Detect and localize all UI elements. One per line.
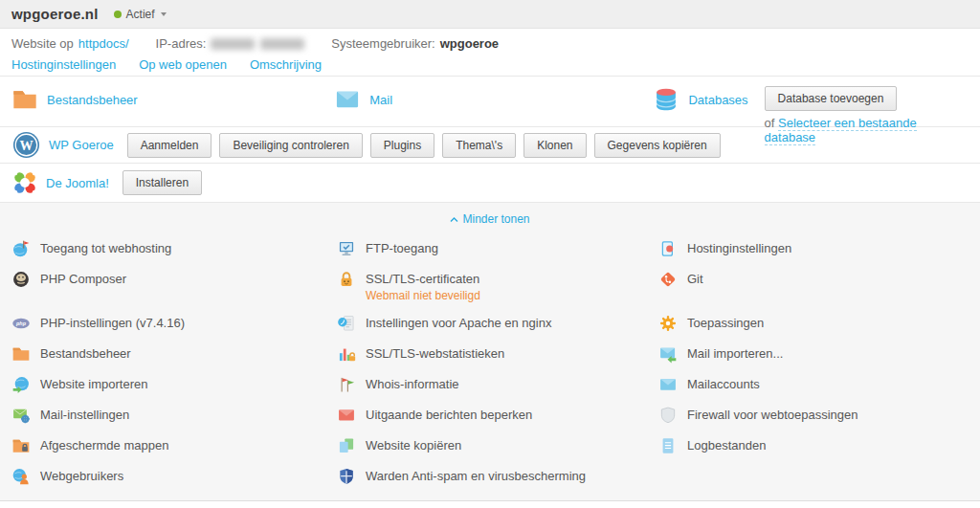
tool-item[interactable]: Website kopiëren	[337, 431, 658, 461]
tool-item[interactable]: Uitgaande berichten beperken	[337, 400, 658, 431]
app-action-button[interactable]: Aanmelden	[127, 133, 212, 158]
file-manager-link[interactable]: Bestandsbeheer	[11, 86, 138, 113]
file-manager-label: Bestandsbeheer	[47, 93, 138, 107]
website-label: Website op	[11, 36, 74, 51]
app-action-button[interactable]: Beveiliging controleren	[219, 133, 362, 158]
folder-lock-icon	[11, 436, 31, 455]
quick-access-row: Bestandsbeheer Mail Databases Database t…	[0, 77, 980, 127]
chevron-down-icon	[161, 12, 167, 16]
select-existing-database-link[interactable]: Selecteer een bestaande database	[765, 116, 917, 145]
tool-item-label: Whois-informatie	[366, 375, 459, 392]
joomla-link[interactable]: De Joomla!	[46, 176, 109, 190]
tool-item-label: SSL/TLS-certificaten	[366, 270, 480, 287]
tool-item[interactable]: Mail-instellingen	[11, 400, 337, 431]
folder-icon	[11, 86, 38, 113]
tool-item[interactable]: Whois-informatie	[337, 369, 658, 400]
wp-goeroe-link[interactable]: WP Goeroe	[49, 138, 114, 152]
tool-item[interactable]: SSL/TLS-webstatistieken	[337, 339, 658, 369]
tool-item-label: Toepassingen	[687, 314, 764, 331]
databases-link[interactable]: Databases	[653, 86, 747, 113]
svg-text:php: php	[15, 320, 27, 326]
app-action-button[interactable]: Installeren	[122, 170, 202, 195]
tool-item-label: Firewall voor webtoepassingen	[687, 406, 858, 423]
info-links: HostinginstellingenOp web openenOmschrij…	[11, 57, 969, 72]
chart-lock-icon	[337, 344, 356, 364]
tool-item[interactable]: Logbestanden	[658, 431, 969, 461]
doc-blue-icon	[658, 436, 678, 455]
tool-item[interactable]: FTP-toegang	[337, 233, 658, 264]
tool-item-label: Mail-instellingen	[40, 406, 129, 423]
flags-icon	[337, 375, 356, 394]
tool-item[interactable]: SSL/TLS-certificatenWebmail niet beveili…	[337, 264, 658, 308]
status-active-icon	[114, 11, 122, 18]
or-label: of	[765, 116, 775, 130]
copy-pages-icon	[337, 436, 356, 455]
tools-grid: Toegang tot webhostingFTP-toegangHosting…	[11, 233, 969, 492]
tool-item-warning: Webmail niet beveiligd	[366, 289, 480, 302]
databases-label: Databases	[688, 93, 747, 107]
tool-item[interactable]: Bestandsbeheer	[11, 339, 337, 369]
tool-item-label: PHP-instellingen (v7.4.16)	[40, 314, 185, 331]
tool-item[interactable]: phpPHP-instellingen (v7.4.16)	[11, 308, 337, 339]
tool-item[interactable]: Website importeren	[11, 369, 337, 400]
joomla-row: De Joomla! Installeren	[0, 164, 980, 203]
tool-item[interactable]: Mailaccounts	[658, 369, 969, 400]
tool-item-label: Toegang tot webhosting	[40, 239, 171, 256]
tool-item-label: Git	[687, 270, 703, 287]
mail-link[interactable]: Mail	[334, 86, 392, 113]
mail-label: Mail	[369, 93, 392, 107]
joomla-icon	[11, 169, 38, 196]
info-link[interactable]: Op web openen	[139, 57, 227, 72]
tool-item-label: Bestandsbeheer	[40, 344, 131, 362]
gear-orange-icon	[658, 314, 678, 333]
hosting-info: Website op httpdocs/ IP-adres: Systeemge…	[0, 29, 980, 77]
tool-item-label: Afgeschermde mappen	[40, 436, 168, 453]
tool-item-label: Hostinginstellingen	[687, 239, 791, 256]
ip-address-redacted	[211, 38, 304, 50]
globe-import-icon	[11, 375, 31, 394]
git-icon	[658, 270, 678, 289]
tool-item[interactable]: Warden Anti-spam en virusbescherming	[337, 461, 658, 492]
show-less-label: Minder tonen	[462, 212, 529, 226]
httpdocs-link[interactable]: httpdocs/	[78, 36, 129, 51]
domain-name: wpgoeroe.nl	[11, 6, 99, 22]
info-link[interactable]: Hostinginstellingen	[11, 57, 116, 72]
status-dropdown[interactable]: Actief	[114, 8, 167, 21]
lock-orange-icon	[337, 270, 356, 289]
tool-item-label: Website importeren	[40, 375, 147, 392]
tool-item[interactable]: Afgeschermde mappen	[11, 431, 337, 461]
app-action-button[interactable]: Thema\'s	[442, 133, 516, 158]
php-icon: php	[11, 314, 31, 333]
tool-item[interactable]: Git	[658, 264, 969, 308]
tool-item-label: Mailaccounts	[687, 375, 760, 392]
tool-item-label: Website kopiëren	[366, 436, 461, 453]
tool-item[interactable]: Webgebruikers	[11, 461, 337, 492]
tool-item-label: Logbestanden	[687, 436, 766, 453]
tools-section: Minder tonen Toegang tot webhostingFTP-t…	[0, 203, 980, 501]
ip-label: IP-adres:	[156, 36, 207, 51]
domain-title-bar: wpgoeroe.nl Actief	[0, 0, 980, 29]
svg-text:W: W	[19, 138, 33, 153]
wordpress-buttons: AanmeldenBeveiliging controlerenPluginsT…	[127, 133, 721, 158]
app-action-button[interactable]: Plugins	[370, 133, 434, 158]
tool-item[interactable]: PHP Composer	[11, 264, 337, 308]
app-action-button[interactable]: Klonen	[523, 133, 586, 158]
feather-doc-icon	[337, 314, 356, 333]
joomla-buttons: Installeren	[122, 170, 202, 195]
tool-item-label: Uitgaande berichten beperken	[366, 406, 532, 423]
tool-item[interactable]: Toepassingen	[658, 308, 969, 339]
tool-item[interactable]: Toegang tot webhosting	[11, 233, 337, 264]
globe-user-icon	[11, 467, 31, 486]
app-action-button[interactable]: Gegevens kopiëren	[594, 133, 721, 158]
wordpress-icon: W	[11, 130, 41, 160]
tool-item[interactable]: Mail importeren...	[658, 339, 969, 369]
add-database-button[interactable]: Database toevoegen	[765, 86, 898, 111]
mail-icon	[334, 86, 361, 113]
info-link[interactable]: Omschrijving	[250, 57, 322, 72]
tool-item[interactable]: Instellingen voor Apache en nginx	[337, 308, 658, 339]
tool-item-label: Mail importeren...	[687, 344, 783, 362]
tool-item[interactable]: Firewall voor webtoepassingen	[658, 400, 969, 431]
monitor-check-icon	[337, 239, 356, 258]
show-less-link[interactable]: Minder tonen	[450, 212, 529, 226]
tool-item[interactable]: Hostinginstellingen	[658, 233, 969, 264]
